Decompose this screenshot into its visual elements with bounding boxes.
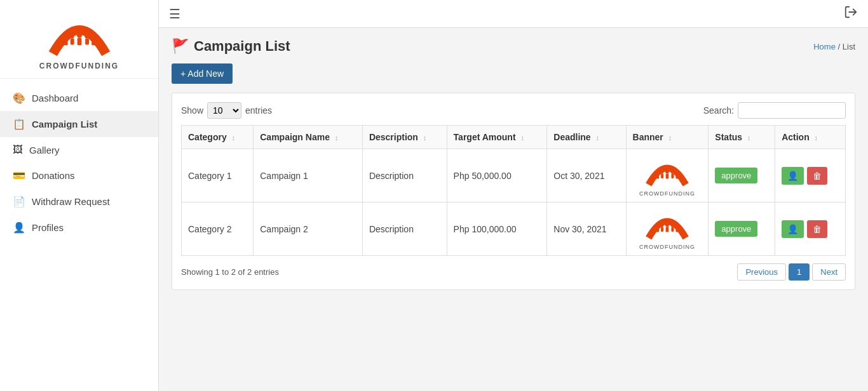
svg-rect-16: [671, 174, 674, 178]
add-new-button[interactable]: + Add New: [172, 63, 233, 84]
sidebar-item-profiles[interactable]: 👤 Profiles: [0, 215, 158, 241]
svg-point-17: [656, 172, 659, 175]
svg-rect-14: [661, 174, 663, 178]
pagination-info: Showing 1 to 2 of 2 entries: [181, 267, 279, 277]
profiles-icon: 👤: [13, 222, 25, 234]
banner-label-1: CROWDFUNDING: [639, 190, 695, 197]
svg-point-8: [91, 36, 95, 40]
page-header: 🚩 Campaign List Home / List: [172, 38, 855, 55]
show-label: Show: [181, 105, 203, 116]
sidebar-item-withdraw-request[interactable]: 📄 Withdraw Request: [0, 189, 158, 215]
page-title: Campaign List: [194, 38, 290, 55]
previous-button[interactable]: Previous: [737, 263, 786, 281]
next-button[interactable]: Next: [812, 263, 846, 281]
svg-point-27: [656, 225, 659, 228]
content-area: 🚩 Campaign List Home / List + Add New Sh…: [159, 28, 868, 391]
table-body: Category 1 Campaign 1 Description Php 50…: [182, 149, 846, 256]
search-input[interactable]: [738, 102, 846, 119]
cell-target-amount: Php 50,000.00: [447, 149, 547, 202]
breadcrumb-separator: /: [838, 42, 843, 51]
svg-point-23: [660, 224, 663, 227]
table-row: Category 2 Campaign 2 Description Php 10…: [182, 202, 846, 256]
svg-point-25: [671, 224, 674, 227]
sidebar-item-donations[interactable]: 💳 Donations: [0, 162, 158, 189]
col-description[interactable]: Description ↕: [362, 126, 447, 149]
cell-description: Description: [362, 202, 447, 256]
sidebar: CROWDFUNDING 🎨 Dashboard 📋 Campaign List…: [0, 0, 159, 391]
donations-icon: 💳: [13, 169, 25, 182]
app-name: CROWDFUNDING: [39, 62, 119, 70]
svg-point-0: [76, 32, 81, 37]
svg-point-4: [85, 34, 89, 39]
entries-label: entries: [245, 105, 272, 116]
svg-point-21: [665, 223, 669, 227]
cell-target-amount: Php 100,000.00: [447, 202, 547, 256]
cell-deadline: Nov 30, 2021: [547, 202, 626, 256]
svg-rect-7: [64, 39, 67, 45]
entries-select[interactable]: 10 25 50 100: [207, 102, 241, 119]
show-entries: Show 10 25 50 100 entries: [181, 102, 272, 119]
logo-image: [48, 11, 111, 59]
svg-rect-22: [666, 227, 669, 232]
svg-rect-1: [77, 38, 81, 46]
breadcrumb: Home / List: [813, 42, 855, 51]
table-controls: Show 10 25 50 100 entries Search:: [181, 102, 846, 119]
banner-label-2: CROWDFUNDING: [639, 244, 695, 250]
logout-button[interactable]: [844, 5, 858, 22]
edit-button-2[interactable]: 👤: [782, 220, 804, 238]
search-area: Search:: [703, 102, 846, 119]
svg-rect-30: [675, 228, 678, 232]
svg-rect-5: [85, 39, 89, 45]
sidebar-item-campaign-list[interactable]: 📋 Campaign List: [0, 111, 158, 137]
cell-category: Category 1: [182, 149, 254, 202]
col-target-amount[interactable]: Target Amount ↕: [447, 126, 547, 149]
cell-category: Category 2: [182, 202, 254, 256]
flag-icon: 🚩: [172, 38, 189, 55]
sidebar-item-gallery[interactable]: 🖼 Gallery: [0, 137, 158, 162]
pagination-area: Showing 1 to 2 of 2 entries Previous 1 N…: [181, 263, 846, 281]
page-1-button[interactable]: 1: [789, 263, 810, 281]
col-deadline[interactable]: Deadline ↕: [547, 126, 626, 149]
col-campaign-name[interactable]: Campaign Name ↕: [254, 126, 363, 149]
breadcrumb-home[interactable]: Home: [813, 42, 836, 51]
svg-point-29: [675, 225, 678, 228]
svg-point-6: [64, 36, 67, 40]
approve-button-2[interactable]: approve: [715, 221, 757, 237]
dashboard-icon: 🎨: [13, 92, 25, 104]
svg-rect-24: [661, 227, 663, 232]
col-status[interactable]: Status ↕: [709, 126, 775, 149]
cell-campaign-name: Campaign 2: [254, 202, 363, 256]
data-table: Category ↕ Campaign Name ↕ Description ↕…: [181, 125, 846, 256]
withdraw-icon: 📄: [13, 196, 25, 208]
svg-rect-12: [666, 173, 669, 178]
gallery-icon: 🖼: [13, 144, 23, 156]
edit-button-1[interactable]: 👤: [782, 167, 804, 185]
svg-point-15: [671, 171, 674, 174]
banner-logo-1: [645, 154, 689, 189]
col-action[interactable]: Action ↕: [775, 126, 846, 149]
topbar: ☰: [159, 0, 868, 28]
col-category[interactable]: Category ↕: [182, 126, 254, 149]
cell-status: approve: [709, 202, 775, 256]
sidebar-item-dashboard[interactable]: 🎨 Dashboard: [0, 85, 158, 111]
svg-point-11: [665, 170, 669, 174]
cell-banner: CROWDFUNDING: [626, 149, 709, 202]
delete-button-2[interactable]: 🗑: [807, 220, 827, 238]
col-banner[interactable]: Banner ↕: [626, 126, 709, 149]
page-title-area: 🚩 Campaign List: [172, 38, 290, 55]
cell-banner: CROWDFUNDING: [626, 202, 709, 256]
svg-rect-28: [656, 228, 659, 232]
main-area: ☰ 🚩 Campaign List Home / List + Add: [159, 0, 868, 391]
cell-action: 👤 🗑: [775, 149, 846, 202]
banner-logo-2: [645, 208, 689, 242]
svg-rect-20: [675, 175, 678, 178]
hamburger-button[interactable]: ☰: [169, 6, 180, 22]
approve-button-1[interactable]: approve: [715, 168, 757, 183]
table-container: Show 10 25 50 100 entries Search:: [172, 93, 855, 290]
delete-button-1[interactable]: 🗑: [807, 167, 827, 185]
pagination-buttons: Previous 1 Next: [737, 263, 846, 281]
campaign-list-icon: 📋: [13, 118, 25, 130]
svg-point-19: [675, 172, 678, 175]
cell-deadline: Oct 30, 2021: [547, 149, 626, 202]
breadcrumb-current: List: [843, 42, 855, 51]
